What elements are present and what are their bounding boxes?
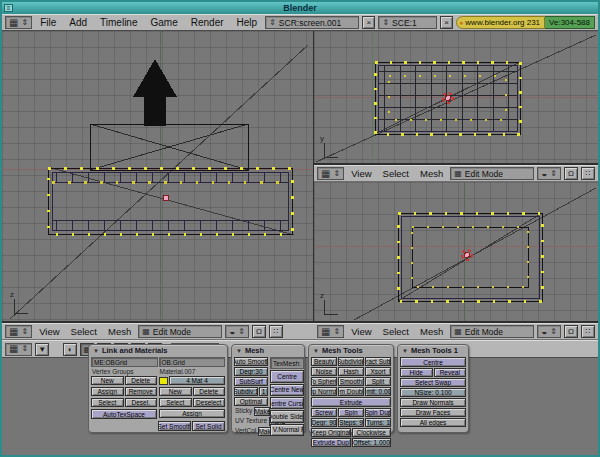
scene-selector[interactable]: ⇕ SCE:1 (378, 16, 437, 29)
flip-normals-button[interactable]: Flip Normals (311, 387, 337, 396)
panels-menu-button[interactable]: ▼ (35, 343, 49, 356)
select-swap-button[interactable]: Select Swap (400, 378, 466, 387)
vgroup-delete-button[interactable]: Delete (125, 376, 158, 385)
collapse-icon[interactable]: ▼ (93, 348, 99, 354)
beauty-toggle[interactable]: Beauty (311, 357, 337, 366)
screen-close-button[interactable]: × (362, 16, 375, 29)
material-new-button[interactable]: New (159, 387, 192, 396)
offset-field[interactable]: Offset: 1.000 (352, 438, 392, 447)
subdiv-field[interactable]: Subdiv:1 (234, 387, 258, 396)
viewport-side[interactable]: z ▦ ⇕ View Select Mesh ▦ Edit Mode ◒ ⇕ Ω… (314, 182, 598, 340)
set-solid-button[interactable]: Set Solid (192, 421, 225, 431)
texmesh-field[interactable]: TexMesh: (270, 357, 304, 369)
view-menu[interactable]: View (347, 326, 375, 337)
all-edges-toggle[interactable]: All edges (400, 418, 466, 427)
extrude-arrow-widget[interactable] (133, 59, 177, 126)
sticky-make-button[interactable]: Make (254, 407, 270, 416)
hash-button[interactable]: Hash (338, 367, 364, 376)
viewport-top-canvas[interactable]: y (314, 31, 598, 164)
panel-header[interactable]: ▼ Mesh (232, 345, 304, 356)
steps-field[interactable]: Steps: 9 (338, 418, 364, 427)
editor-type-menu[interactable]: ▦ ⇕ (317, 167, 344, 180)
vgroup-select-button[interactable]: Select (91, 398, 124, 407)
subdiv-render-field[interactable]: 1 (259, 387, 268, 396)
context-shading-button[interactable]: ◐ (63, 343, 77, 356)
scene-close-button[interactable]: × (440, 16, 453, 29)
editor-type-menu[interactable]: ▦ ⇕ (5, 16, 32, 29)
collapse-icon[interactable]: ▼ (236, 348, 242, 354)
window-menu-icon[interactable]: ≡ (4, 4, 13, 12)
draw-mode-dropdown[interactable]: ◒ ⇕ (537, 325, 561, 338)
subsurf-toggle[interactable]: SubSurf (234, 377, 268, 386)
viewport-side-canvas[interactable]: z (314, 182, 598, 322)
degr-field[interactable]: Degr:30 (234, 367, 268, 376)
material-deselect-button[interactable]: Deselect (193, 398, 226, 407)
draw-normals-toggle[interactable]: Draw Normals (400, 398, 466, 407)
vgroup-deselect-button[interactable]: Desel. (125, 398, 158, 407)
material-color-swatch[interactable] (159, 377, 168, 385)
object-datablock-field[interactable]: OB:Grid (159, 357, 226, 367)
material-select-button[interactable]: Select (159, 398, 192, 407)
no-vnormal-flip-toggle[interactable]: No V.Normal Flip (270, 424, 304, 436)
material-delete-button[interactable]: Delete (193, 387, 226, 396)
turns-field[interactable]: Turns: 1 (365, 418, 391, 427)
subdivide-button[interactable]: Subdivide (338, 357, 364, 366)
nsize-field[interactable]: NSize: 0.100 (400, 388, 466, 397)
draw-mode-dropdown[interactable]: ◒ ⇕ (225, 325, 249, 338)
optimal-toggle[interactable]: Optimal (234, 397, 268, 406)
view-menu[interactable]: View (35, 326, 63, 337)
select-menu[interactable]: Select (379, 168, 413, 179)
select-menu[interactable]: Select (67, 326, 101, 337)
snap-button[interactable]: ∷ (581, 325, 595, 338)
extrude-button[interactable]: Extrude (311, 397, 391, 407)
mesh-menu[interactable]: Mesh (416, 326, 447, 337)
viewport-top[interactable]: y ▦ ⇕ View Select Mesh ▦ Edit Mode ◒ ⇕ Ω… (314, 31, 598, 182)
snap-button[interactable]: ∷ (269, 325, 283, 338)
rem-doubles-button[interactable]: Rem Doubles (338, 387, 364, 396)
draw-faces-toggle[interactable]: Draw Faces (400, 408, 466, 417)
centre-button[interactable]: Centre (400, 357, 466, 367)
split-button[interactable]: Split (365, 377, 391, 386)
fract-subd-button[interactable]: Fract Subd (365, 357, 391, 366)
panel-header[interactable]: ▼ Mesh Tools (309, 345, 393, 356)
centre-button[interactable]: Centre (270, 370, 304, 382)
hide-button[interactable]: Hide (400, 368, 433, 377)
viewport-front[interactable]: z ▦ ⇕ View Select Mesh ▦ Edit Mode ◒ ⇕ Ω… (2, 31, 314, 340)
vgroup-assign-button[interactable]: Assign (91, 387, 124, 396)
noise-button[interactable]: Noise (311, 367, 337, 376)
manipulator-button[interactable]: Ω (564, 325, 578, 338)
menu-add[interactable]: Add (64, 17, 92, 28)
spin-button[interactable]: Spin (338, 408, 364, 417)
editor-type-menu[interactable]: ▦ ⇕ (317, 325, 344, 338)
smooth-button[interactable]: Smooth (338, 377, 364, 386)
window-titlebar[interactable]: ≡ Blender (2, 2, 598, 14)
menu-file[interactable]: File (35, 17, 61, 28)
view-menu[interactable]: View (347, 168, 375, 179)
material-assign-button[interactable]: Assign (159, 409, 225, 418)
reveal-button[interactable]: Reveal (434, 368, 467, 377)
mesh-menu[interactable]: Mesh (104, 326, 135, 337)
mode-dropdown[interactable]: ▦ Edit Mode (450, 167, 534, 180)
menu-help[interactable]: Help (232, 17, 263, 28)
vgroup-new-button[interactable]: New (91, 376, 124, 385)
mode-dropdown[interactable]: ▦ Edit Mode (138, 325, 222, 338)
material-index-field[interactable]: 4 Mat 4 (169, 376, 225, 385)
mesh-datablock-field[interactable]: ME:OBGrid (91, 357, 158, 367)
limit-field[interactable]: Limit: 0.001 (365, 387, 391, 396)
panel-header[interactable]: ▼ Link and Materials (89, 345, 227, 356)
degr-spin-field[interactable]: Degr: 90 (311, 418, 337, 427)
clockwise-toggle[interactable]: Clockwise (352, 428, 392, 437)
select-menu[interactable]: Select (379, 326, 413, 337)
xsort-button[interactable]: Xsort (365, 367, 391, 376)
autotexspace-toggle[interactable]: AutoTexSpace (91, 409, 157, 419)
manipulator-button[interactable]: Ω (564, 167, 578, 180)
manipulator-button[interactable]: Ω (252, 325, 266, 338)
collapse-icon[interactable]: ▼ (313, 348, 319, 354)
spin-dup-button[interactable]: Spin Dup (365, 408, 391, 417)
keep-original-toggle[interactable]: Keep Original (311, 428, 351, 437)
menu-timeline[interactable]: Timeline (95, 17, 142, 28)
panel-header[interactable]: ▼ Mesh Tools 1 (398, 345, 468, 356)
screen-selector[interactable]: ⇕ SCR:screen.001 (265, 16, 359, 29)
draw-mode-dropdown[interactable]: ◒ ⇕ (537, 167, 561, 180)
to-sphere-button[interactable]: To Sphere (311, 377, 337, 386)
